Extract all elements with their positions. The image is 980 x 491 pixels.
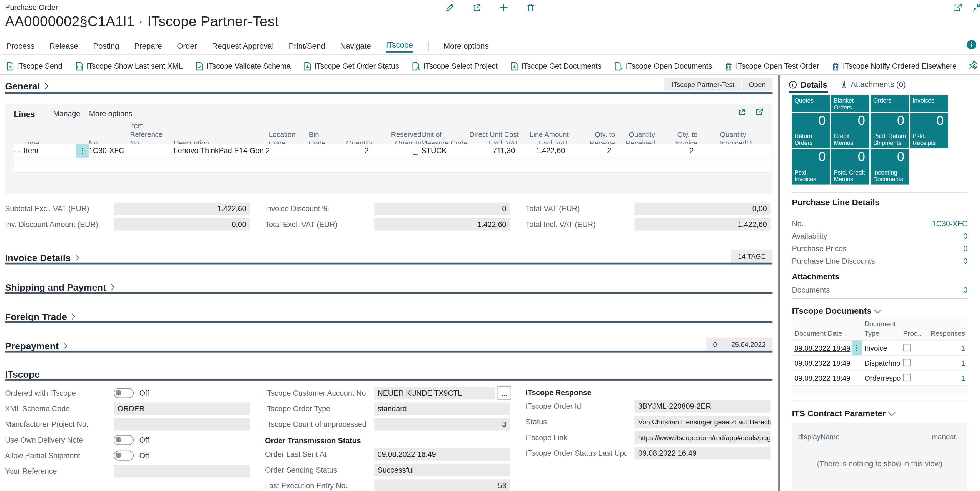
its-contract-parameter-title[interactable]: ITS Contract Parameter — [792, 409, 894, 418]
processed-checkbox[interactable] — [903, 358, 910, 366]
pld-no-link[interactable]: 1C30-XFC — [932, 219, 968, 228]
doc-date-link[interactable]: 09.08.2022 18:49 — [792, 344, 852, 351]
section-prepayment-title[interactable]: Prepayment — [5, 340, 59, 351]
your-reference-value[interactable] — [114, 465, 250, 478]
cell-type[interactable]: Item — [24, 146, 76, 155]
assist-edit-button[interactable]: ... — [498, 386, 511, 400]
action-itscope-send[interactable]: ITscope Send — [6, 62, 62, 70]
menu-itscope[interactable]: ITscope — [386, 40, 413, 52]
menu-navigate[interactable]: Navigate — [340, 40, 371, 51]
itscope-order-type-value[interactable]: standard — [374, 403, 510, 415]
total-excl-vat-value[interactable]: 1.422,60 — [374, 218, 510, 230]
row-menu-icon[interactable]: ⋮ — [76, 144, 89, 157]
use-own-delivery-note-toggle[interactable] — [114, 435, 134, 445]
pld-purchase-prices-link[interactable]: 0 — [963, 245, 967, 253]
cell-qty-receive[interactable]: 2 — [569, 146, 615, 155]
table-empty-row[interactable] — [14, 158, 771, 173]
pld-availability-link[interactable]: 0 — [963, 232, 967, 241]
tile-credit-memos[interactable]: 0Credit Memos — [831, 113, 869, 148]
lines-manage-menu[interactable]: Manage — [53, 110, 80, 118]
itscope-order-id-value[interactable]: 3BYJML-220809-2ER — [634, 400, 770, 413]
menu-process[interactable]: Process — [6, 40, 35, 51]
action-itscope-open-test-order[interactable]: ITscope Open Test Order — [725, 62, 819, 70]
action-itscope-validate-schema[interactable]: ITscope Validate Schema — [196, 62, 291, 70]
processed-checkbox[interactable] — [903, 373, 910, 381]
section-itscope-title[interactable]: ITscope — [5, 369, 40, 379]
allow-partial-shipment-toggle[interactable] — [114, 451, 134, 461]
doc-responses-link[interactable]: 1 — [924, 359, 967, 367]
add-icon[interactable] — [499, 3, 509, 13]
document-row[interactable]: 09.08.2022 18:49 Orderrespo... 1 — [792, 371, 967, 386]
edit-icon[interactable] — [445, 3, 455, 13]
col-mandatory[interactable]: mandat... — [932, 433, 962, 441]
doc-responses-link[interactable]: 1 — [924, 374, 967, 381]
order-sending-status-value[interactable]: Successful — [374, 464, 510, 476]
ordered-with-itscope-toggle[interactable] — [114, 388, 134, 398]
itscope-unprocessed-count-value[interactable]: 3 — [374, 418, 510, 431]
col-display-name[interactable]: displayName — [798, 433, 840, 441]
action-itscope-get-order-status[interactable]: ITscope Get Order Status — [304, 62, 399, 70]
action-itscope-get-documents[interactable]: ITscope Get Documents — [511, 62, 601, 70]
col-document-type[interactable]: Document Type — [862, 319, 900, 340]
action-itscope-show-last-sent-xml[interactable]: ITscope Show Last sent XML — [76, 62, 183, 70]
col-responses[interactable]: Responses — [924, 329, 967, 340]
section-general-title[interactable]: General — [5, 80, 40, 91]
subtotal-value[interactable]: 1.422,60 — [114, 203, 250, 215]
panel-splitter[interactable] — [778, 75, 780, 491]
tile-pstd-receipts[interactable]: 0Pstd. Receipts — [910, 113, 948, 148]
doc-responses-link[interactable]: 1 — [924, 344, 967, 351]
menu-posting[interactable]: Posting — [93, 40, 119, 51]
tile-invoices[interactable]: Invoices — [910, 95, 948, 112]
inv-discount-value[interactable]: 0,00 — [114, 218, 250, 230]
doc-date[interactable]: 09.08.2022 18:49 — [792, 374, 852, 381]
lines-title[interactable]: Lines — [14, 109, 35, 119]
cell-unit-cost[interactable]: 711,30 — [469, 146, 519, 155]
cell-no[interactable]: 1C30-XFC — [89, 146, 130, 155]
last-execution-entry-no-value[interactable]: 53 — [374, 479, 510, 491]
cell-description[interactable]: Lenovo ThinkPad E14 Gen 2 20T... — [173, 146, 269, 155]
menu-release[interactable]: Release — [49, 40, 78, 51]
share-icon[interactable] — [472, 3, 482, 13]
tile-orders[interactable]: Orders — [870, 95, 908, 112]
col-document-date[interactable]: Document Date ↓ — [792, 329, 852, 340]
doc-processed[interactable] — [900, 373, 924, 382]
order-last-sent-at-value[interactable]: 09.08.2022 16:49 — [374, 448, 510, 461]
menu-more-options[interactable]: More options — [444, 40, 489, 51]
action-itscope-select-project[interactable]: ITscope Select Project — [412, 62, 498, 70]
collapse-icon[interactable] — [972, 3, 980, 13]
itscope-documents-title[interactable]: ITscope Documents — [792, 306, 880, 316]
delete-icon[interactable] — [526, 3, 536, 13]
cell-uom[interactable]: STÜCK — [421, 146, 469, 155]
manufacturer-project-no-value[interactable] — [114, 418, 250, 431]
open-in-new-window-icon[interactable] — [953, 3, 963, 13]
tile-return-orders[interactable]: 0Return Orders — [792, 113, 830, 148]
doc-processed[interactable] — [900, 358, 924, 367]
share-icon[interactable] — [737, 108, 746, 116]
processed-checkbox[interactable] — [903, 343, 910, 351]
open-in-new-icon[interactable] — [755, 108, 764, 116]
itscope-link-value[interactable]: https://www.itscope.com/red/app#deals/pa… — [634, 431, 770, 444]
tab-attachments[interactable]: Attachments (0) — [840, 80, 906, 89]
document-row[interactable]: 09.08.2022 18:49 ⋮ Invoice 1 — [792, 341, 967, 356]
tile-quotes[interactable]: Quotes — [792, 95, 830, 112]
invoice-discount-pct-value[interactable]: 0 — [374, 203, 510, 215]
total-vat-value[interactable]: 0,00 — [634, 203, 770, 215]
menu-order[interactable]: Order — [177, 40, 197, 51]
row-menu-icon[interactable]: ⋮ — [852, 341, 862, 355]
tile-incoming-documents[interactable]: 0Incoming Documents — [870, 149, 908, 184]
cell-reserved[interactable]: _ — [372, 146, 421, 155]
pld-line-discounts-link[interactable]: 0 — [963, 257, 967, 265]
col-processed[interactable]: Proc... — [900, 329, 924, 340]
action-itscope-notify-ordered-elsewhere[interactable]: ITscope Notify Ordered Elsewhere — [832, 62, 957, 70]
breadcrumb[interactable]: Purchase Order — [5, 3, 58, 12]
total-incl-vat-value[interactable]: 1.422,60 — [634, 218, 770, 230]
section-foreign-trade-title[interactable]: Foreign Trade — [5, 311, 67, 321]
tab-details[interactable]: Details — [789, 80, 827, 89]
cell-quantity[interactable]: 2 — [337, 146, 372, 155]
itscope-status-value[interactable]: Von Christian Hensinger gesetzt auf Bere… — [634, 416, 770, 428]
unpin-icon[interactable] — [968, 60, 977, 70]
xml-schema-code-value[interactable]: ORDER — [114, 403, 250, 415]
doc-date[interactable]: 09.08.2022 18:49 — [792, 359, 852, 367]
lines-more-options[interactable]: More options — [89, 110, 132, 118]
itscope-status-last-update-value[interactable]: 09.08.2022 16:49 — [634, 447, 770, 459]
